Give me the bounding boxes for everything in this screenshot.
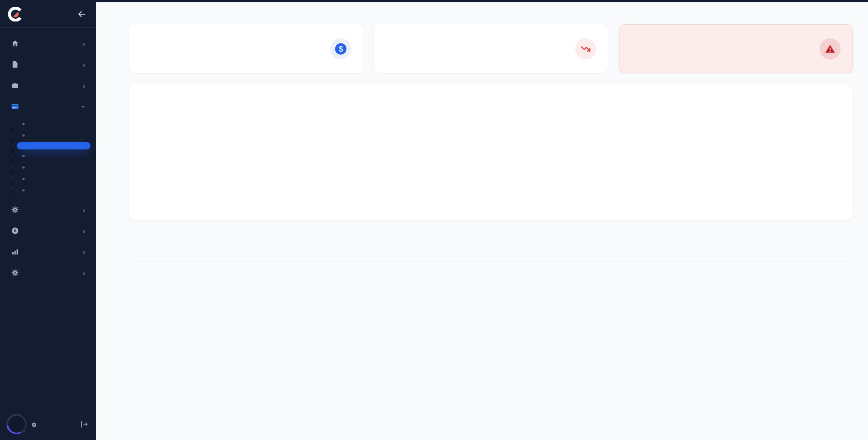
dollar-circle-icon: $ <box>11 227 19 235</box>
bullet-icon <box>22 123 25 125</box>
submenu-item-calendario[interactable] <box>14 130 96 141</box>
status-dot <box>22 430 26 434</box>
chevron-right-icon: › <box>83 40 85 47</box>
stat-card-projecao-fim-mes <box>374 24 608 73</box>
sidebar-item-producao[interactable]: › <box>5 201 91 219</box>
gear-icon <box>11 206 19 214</box>
trending-down-icon <box>575 38 596 59</box>
sidebar-item-financeiro[interactable]: › <box>5 97 91 116</box>
sidebar-item-principal[interactable]: › <box>5 34 91 53</box>
shield-check-icon <box>32 422 37 428</box>
column-header-saidas <box>440 229 621 242</box>
bar-chart-icon <box>11 248 19 256</box>
collapse-sidebar-button[interactable] <box>76 8 88 20</box>
alert-triangle-icon <box>820 38 841 59</box>
avatar-initial <box>8 416 25 433</box>
stat-cards: $ <box>129 24 853 73</box>
gear-icon <box>11 269 19 277</box>
home-icon <box>11 39 19 48</box>
sidebar: › › › › <box>0 0 96 440</box>
chevron-right-icon: › <box>83 61 85 68</box>
projection-table <box>129 229 853 242</box>
submenu-item-nfs-entrada[interactable] <box>14 185 96 196</box>
svg-text:$: $ <box>339 45 343 53</box>
stat-card-saldo-atual: $ <box>129 24 363 73</box>
submenu-item-projecao-active[interactable] <box>17 142 90 149</box>
table-header-row <box>129 229 853 242</box>
projection-chart <box>141 102 841 210</box>
chevron-right-icon: › <box>83 270 85 276</box>
user-role <box>32 422 39 428</box>
sidebar-item-comercial[interactable]: › <box>5 76 91 95</box>
column-header-dia <box>129 229 296 242</box>
dollar-circle-icon: $ <box>330 38 351 59</box>
projection-chart-card <box>129 84 853 220</box>
chevron-right-icon: › <box>83 207 85 213</box>
bullet-icon <box>22 178 25 180</box>
logo-c-icon <box>8 7 23 21</box>
main-content: $ <box>96 0 868 440</box>
bullet-icon <box>22 166 25 169</box>
svg-text:$: $ <box>14 228 16 233</box>
sidebar-item-relatorios[interactable]: › <box>5 243 91 261</box>
table-footer-band <box>129 242 853 260</box>
briefcase-icon <box>11 81 19 90</box>
chevron-right-icon: › <box>83 228 85 234</box>
file-icon <box>11 60 19 69</box>
projection-table-card <box>129 229 853 260</box>
sidebar-item-cadastros[interactable]: › <box>5 55 91 74</box>
chevron-right-icon: › <box>83 82 85 89</box>
submenu-item-pagamentos[interactable] <box>14 118 96 130</box>
column-header-saldo-projetado <box>621 229 853 242</box>
chevron-down-icon: › <box>80 106 87 108</box>
logout-icon <box>80 420 89 429</box>
financeiro-submenu <box>14 118 96 196</box>
submenu-item-a-pagar[interactable] <box>14 173 96 185</box>
credit-card-icon <box>11 102 19 111</box>
sidebar-item-sistema[interactable]: › <box>5 264 91 282</box>
arrow-left-icon <box>77 9 87 19</box>
bullet-icon <box>22 134 25 137</box>
submenu-item-a-receber[interactable] <box>14 162 96 173</box>
submenu-item-conciliacao[interactable] <box>14 150 96 162</box>
sidebar-header <box>0 0 96 27</box>
app-logo <box>8 7 23 21</box>
sidebar-item-ggf[interactable]: $ › <box>5 222 91 240</box>
avatar <box>6 414 26 434</box>
chevron-right-icon: › <box>83 249 85 255</box>
sidebar-nav: › › › › <box>0 27 96 285</box>
user-meta <box>32 421 39 428</box>
stat-card-ponto-critico <box>619 24 853 73</box>
bullet-icon <box>22 155 25 157</box>
bullet-icon <box>22 189 25 191</box>
user-box <box>0 408 96 440</box>
column-header-entradas <box>296 229 440 242</box>
logout-button[interactable] <box>79 419 90 429</box>
